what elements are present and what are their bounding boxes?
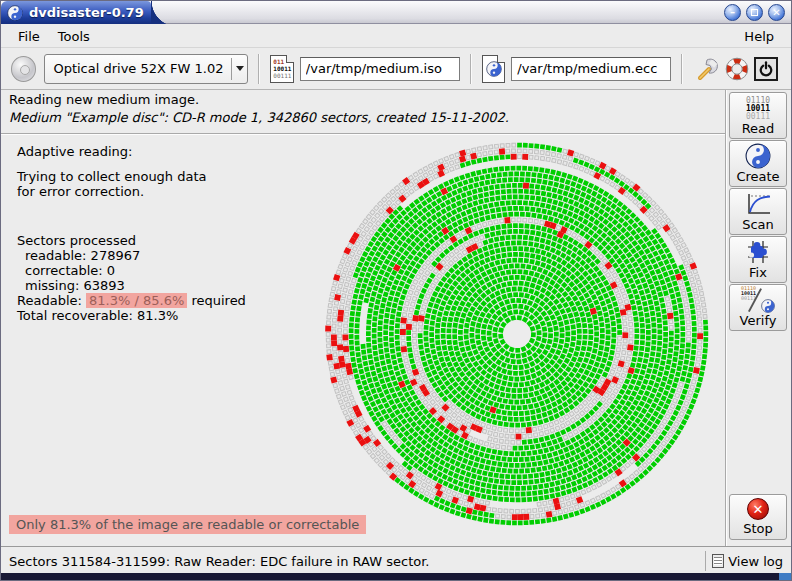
drive-select-value: Optical drive 52X FW 1.02	[45, 61, 231, 76]
image-file-input[interactable]	[300, 57, 460, 81]
medium-info: Medium "Example disc": CD-R mode 1, 3428…	[9, 110, 509, 125]
action-sidebar: 01110 10011 00111 Read Create Scan	[729, 92, 789, 332]
minimize-icon: –	[730, 8, 735, 18]
mode-label: Adaptive reading:	[17, 144, 317, 159]
app-window: dvdisaster-0.79 – ✕ File Tools Help Opti…	[0, 0, 792, 581]
warning-badge: Only 81.3% of the image are readable or …	[9, 515, 366, 534]
yin-yang-icon	[486, 61, 502, 77]
toolbar: Optical drive 52X FW 1.02 011 10011 0011…	[1, 48, 791, 90]
sidebar-divider	[725, 90, 727, 546]
total-recoverable: Total recoverable: 81.3%	[17, 308, 317, 323]
create-button[interactable]: Create	[729, 140, 787, 187]
image-file-icon: 011 10011 00111	[270, 55, 294, 83]
menu-file[interactable]: File	[9, 27, 49, 46]
yin-yang-icon	[761, 299, 775, 313]
ecc-file-input[interactable]	[511, 57, 671, 81]
power-icon	[754, 57, 778, 81]
lifebuoy-icon	[724, 56, 750, 82]
statusbar-separator	[705, 551, 706, 571]
scan-button[interactable]: Scan	[729, 188, 787, 235]
menu-bar: File Tools Help	[1, 25, 791, 48]
toolbar-separator	[681, 54, 683, 84]
sectors-correctable: correctable: 0	[25, 263, 317, 278]
view-log-button[interactable]: View log	[712, 554, 783, 569]
wrench-icon	[695, 56, 721, 82]
chevron-down-icon	[232, 66, 247, 71]
title-tab: dvdisaster-0.79	[1, 1, 151, 24]
puzzle-piece-icon	[745, 239, 771, 265]
page-title: Reading new medium image.	[9, 92, 509, 107]
stop-icon: ✕	[747, 498, 769, 520]
ecc-file-icon	[482, 55, 505, 83]
close-button[interactable]: ✕	[768, 4, 785, 21]
close-icon: ✕	[772, 8, 780, 18]
drive-select[interactable]: Optical drive 52X FW 1.02	[44, 54, 248, 84]
curve-chart-icon	[744, 191, 772, 217]
maximize-button[interactable]	[746, 4, 763, 21]
preferences-button[interactable]	[693, 54, 722, 84]
read-button[interactable]: 01110 10011 00111 Read	[729, 92, 787, 139]
header: Reading new medium image. Medium "Exampl…	[9, 92, 509, 125]
help-button[interactable]	[722, 54, 751, 84]
sector-spiral-visualization	[321, 138, 713, 530]
drive-status-icon[interactable]	[11, 56, 36, 82]
mode-desc-line2: for error correction.	[17, 184, 317, 199]
sectors-missing: missing: 63893	[25, 278, 317, 293]
app-logo-icon	[7, 5, 23, 21]
stop-button[interactable]: ✕ Stop	[729, 494, 787, 540]
sectors-readable: readable: 278967	[25, 248, 317, 263]
verify-icon: 01110 10011 00111	[741, 285, 775, 313]
mode-desc-line1: Trying to collect enough data	[17, 169, 317, 184]
verify-button[interactable]: 01110 10011 00111 Verify	[729, 284, 787, 331]
maximize-icon	[751, 9, 758, 16]
window-title: dvdisaster-0.79	[29, 5, 144, 20]
toolbar-separator	[258, 54, 260, 84]
yin-yang-icon	[745, 143, 771, 169]
status-bar: Sectors 311584-311599: Raw Reader: EDC f…	[1, 546, 791, 575]
readable-highlight: 81.3% / 85.6%	[86, 293, 187, 308]
status-message: Sectors 311584-311599: Raw Reader: EDC f…	[9, 554, 705, 569]
readable-line: Readable: 81.3% / 85.6% required	[17, 293, 317, 308]
quit-button[interactable]	[752, 54, 781, 84]
toolbar-separator	[470, 54, 472, 84]
window-bottom-border	[1, 573, 791, 580]
header-divider	[1, 133, 725, 135]
fix-button[interactable]: Fix	[729, 236, 787, 283]
menu-help[interactable]: Help	[735, 27, 783, 46]
progress-info: Adaptive reading: Trying to collect enou…	[17, 144, 317, 323]
sectors-title: Sectors processed	[17, 233, 317, 248]
log-icon	[712, 554, 724, 568]
resize-corner[interactable]	[779, 573, 791, 580]
binary-icon: 01110 10011 00111	[746, 97, 770, 121]
menu-tools[interactable]: Tools	[49, 27, 99, 46]
title-bar[interactable]: dvdisaster-0.79 – ✕	[1, 1, 791, 24]
minimize-button[interactable]: –	[724, 4, 741, 21]
